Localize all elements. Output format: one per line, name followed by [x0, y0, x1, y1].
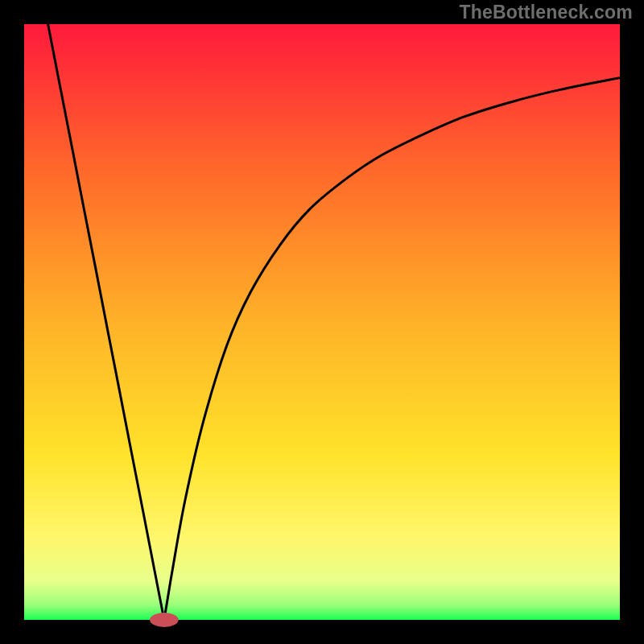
watermark: TheBottleneck.com [459, 2, 633, 23]
chart-container: { "watermark": "TheBottleneck.com", "cha… [0, 0, 644, 644]
plot-background [24, 24, 620, 620]
min-marker [150, 613, 179, 627]
bottleneck-chart [0, 0, 644, 644]
